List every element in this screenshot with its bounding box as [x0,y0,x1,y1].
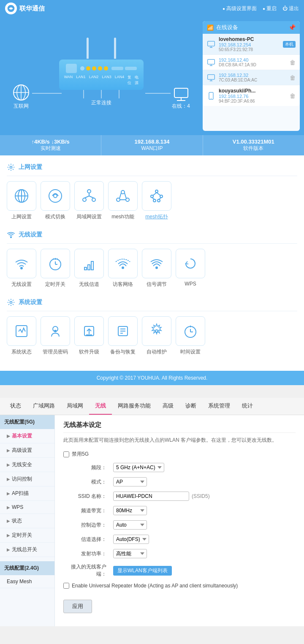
delete-icon[interactable]: 🗑 [290,59,296,66]
menu-item-icon [108,181,138,211]
speed-value: ↑4KB/s ↓3KB/s [3,139,98,145]
menu-item-wps[interactable]: WPS [176,249,205,288]
device-ip: 192.168.12.254 [219,42,280,47]
apply-button[interactable]: 应用 [63,600,92,613]
menu-item-channel[interactable]: 无线信道 [74,249,104,288]
txpower-select[interactable]: 高性能 [113,549,147,558]
tab-network-service[interactable]: 网路服务功能 [112,398,157,415]
svg-point-34 [117,198,120,201]
frequency-row: 频段： 5 GHz (A+N+AC) [63,463,296,472]
config-gap [0,385,304,398]
frequency-select[interactable]: 5 GHz (A+N+AC) [113,463,164,472]
device-ip: 192.168.12.32 [219,73,286,78]
svg-rect-56 [84,267,87,270]
universal-repeater-checkbox[interactable] [63,583,69,589]
panel-pin-icon[interactable]: 📌 [288,24,296,31]
sidebar-item-ap-scan[interactable]: ▶ AP扫描 [0,486,54,501]
menu-item-backup[interactable]: 备份与恢复 [108,316,138,356]
admin-header: 联华通信 ● 高级设置界面 ● 重启 ⏻ 退出 [0,0,304,17]
wireless-menu-items: 无线设置 定时开关 无线信道 访客网络 [7,249,297,288]
sideband-select[interactable]: Auto [113,520,147,530]
device-info: 192.168.12.32 7C:03:AB:1E:DA:AC [219,73,286,82]
menu-item-status[interactable]: 系统状态 [7,316,36,356]
logo-text: 联华通信 [19,5,45,13]
bandwidth-select[interactable]: 80MHz [113,506,147,515]
tab-sysadmin[interactable]: 系统管理 [202,398,236,415]
tab-wan[interactable]: 广域网路 [27,398,61,415]
svg-point-48 [11,237,12,238]
menu-item-mesh[interactable]: mesh功能 [108,181,138,220]
menu-item-admin[interactable]: 管理员密码 [41,316,70,356]
menu-item-icon [108,316,138,346]
channel-row: 信道选择： Auto(DFS) [63,535,296,544]
sidebar-item-master[interactable]: ▶ 无线总开关 [0,543,54,557]
menu-item-guest[interactable]: 访客网络 [108,249,138,288]
device-mac: D8:CB:8A:47:1A:9D [219,62,286,67]
tab-status[interactable]: 状态 [4,398,27,415]
config-main-content: 无线基本设定 此页面用来配置可能连接到您的无线接入点的WLAN 客户端参数。在这… [55,415,304,626]
device-mac: 94:BF:2D:3F:A6:86 [219,99,286,103]
router-admin-top: 联华通信 ● 高级设置界面 ● 重启 ⏻ 退出 [0,0,304,155]
menu-item-wireless[interactable]: 无线设置 [7,249,36,288]
sidebar-item-easymesh[interactable]: Easy Mesh [0,575,54,588]
device-mac: 50:65:F3:21:92:78 [219,47,280,52]
sidebar-item-advanced[interactable]: ▶ 高级设置 [0,443,54,458]
menu-item-time[interactable]: 时间设置 [176,316,205,356]
tab-wireless[interactable]: 无线 [89,398,112,415]
delete-icon[interactable]: 🗑 [290,74,296,81]
online-panel-title: 在线设备 [216,24,238,31]
wan-ip-status: 192.168.8.134 WAN口IP [101,135,203,155]
tab-lan[interactable]: 局域网 [61,398,89,415]
svg-line-46 [152,198,155,199]
menu-item-internet[interactable]: 上网设置 [7,181,36,220]
menu-item-icon [142,249,171,278]
svg-rect-6 [174,88,188,98]
menu-item-lan[interactable]: 局域网设置 [74,181,104,220]
advanced-settings-link[interactable]: ● 高级设置界面 [223,5,257,12]
svg-line-31 [84,196,89,198]
circle-icon2: ● [263,6,265,11]
mode-select[interactable]: AP [113,477,147,486]
svg-line-32 [89,196,94,198]
online-panel-header: 📶 在线设备 📌 [203,21,300,34]
bandwidth-row: 频道带宽： 80MHz [63,506,296,515]
menu-item-mode[interactable]: 模式切换 [41,181,70,220]
tab-advanced[interactable]: 高级 [157,398,179,415]
computer-icon [207,58,215,67]
svg-rect-12 [208,59,215,64]
sidebar-item-basic[interactable]: ▶ 基本设置 [0,429,54,443]
sidebar-item-security[interactable]: ▶ 无线安全 [0,458,54,472]
logout-link[interactable]: ⏻ 退出 [282,5,299,12]
sidebar-item-timer[interactable]: ▶ 定时开关 [0,528,54,543]
wlan-clients-button[interactable]: 显示WLAN客户端列表 [113,566,172,576]
wps-label: WPS [185,281,196,287]
svg-line-47 [159,198,161,199]
signal-label: 信号调节 [147,281,167,288]
firmware-label: 软件版本 [206,145,301,152]
menu-item-mesh-topo[interactable]: mesh拓扑 [142,181,171,220]
wireless-group-label: 无线设置 [19,231,42,239]
status-bar: ↑4KB/s ↓3KB/s 实时测速 192.168.8.134 WAN口IP … [0,135,304,155]
tab-diagnose[interactable]: 诊断 [179,398,202,415]
delete-icon[interactable]: 🗑 [290,92,296,99]
system-group-label: 系统设置 [19,299,42,306]
disable-5g-checkbox[interactable] [63,451,69,457]
sidebar-item-access[interactable]: ▶ 访问控制 [0,472,54,486]
channel-select[interactable]: Auto(DFS) [113,535,149,544]
device-item: 192.168.12.40 D8:CB:8A:47:1A:9D 🗑 [203,55,300,70]
svg-line-45 [157,193,160,196]
menu-item-signal[interactable]: 信号调节 [142,249,171,288]
sidebar-item-wl-status[interactable]: ▶ 状态 [0,514,54,528]
firmware-value: V1.00.33321M01 [206,139,301,145]
menu-item-maintenance[interactable]: 自动维护 [142,316,171,356]
menu-item-upgrade[interactable]: 软件升级 [74,316,104,356]
reboot-link[interactable]: ● 重启 [263,5,277,12]
tab-stats[interactable]: 统计 [236,398,259,415]
menu-item-icon [41,181,70,211]
svg-point-60 [156,267,157,269]
sidebar-item-wps[interactable]: ▶ WPS [0,501,54,514]
svg-rect-9 [208,41,215,46]
lan-label: 局域网设置 [76,213,102,220]
ssid-input[interactable] [113,492,189,501]
menu-item-timer[interactable]: 定时开关 [41,249,70,288]
